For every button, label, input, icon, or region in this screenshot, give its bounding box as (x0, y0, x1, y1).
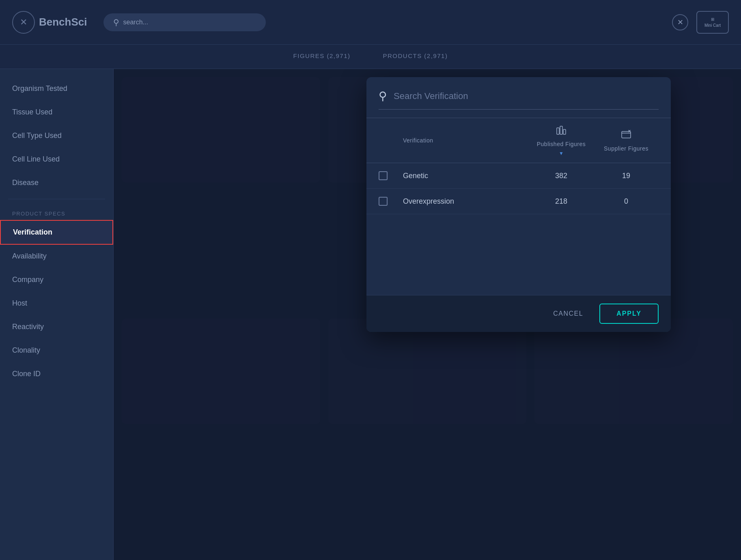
overexpression-published-count: 218 (529, 197, 594, 206)
published-figures-col-header: Published Figures ▼ (529, 125, 594, 156)
cancel-button[interactable]: CANCEL (543, 305, 593, 322)
supplier-figures-icon (620, 129, 632, 143)
logo-area: ✕ BenchSci (12, 11, 87, 34)
overexpression-checkbox[interactable] (379, 197, 388, 206)
overexpression-row: Overexpression 218 0 (366, 189, 671, 214)
published-figures-label: Published Figures (537, 141, 586, 147)
sidebar-item-clonality[interactable]: Clonality (0, 339, 113, 362)
search-text: search... (123, 19, 148, 26)
sidebar-divider (8, 199, 105, 199)
main-content: Organism Tested Tissue Used Cell Type Us… (0, 69, 741, 560)
sidebar-item-disease[interactable]: Disease (0, 171, 113, 195)
supplier-figures-label: Supplier Figures (604, 145, 648, 152)
tab-products[interactable]: PRODUCTS (2,971) (383, 52, 448, 61)
logo-icon: ✕ (12, 11, 35, 34)
top-search-bar[interactable]: ⚲ search... (103, 13, 266, 31)
modal-table-header: Verification Published Figures ▼ (366, 118, 671, 163)
verification-modal: ⚲ Verification Published Figu (366, 77, 671, 332)
product-specs-label: PRODUCT SPECS (0, 203, 113, 220)
mini-cart-label: Mini Cart (704, 23, 721, 28)
genetic-checkbox[interactable] (379, 171, 388, 180)
sidebar-item-verification[interactable]: Verification (0, 220, 113, 245)
tabs-row: FIGURES (2,971) PRODUCTS (2,971) (0, 45, 741, 69)
genetic-label: Genetic (403, 172, 529, 180)
verification-col-label: Verification (403, 137, 529, 144)
search-verification-input[interactable] (394, 91, 659, 101)
modal-footer: CANCEL APPLY (366, 295, 671, 332)
empty-list-area (366, 214, 671, 295)
genetic-published-count: 382 (529, 172, 594, 180)
overexpression-supplier-count: 0 (594, 197, 659, 206)
svg-rect-0 (557, 128, 559, 134)
header-right: ✕ ⊞ Mini Cart (672, 11, 729, 34)
supplier-figures-col-header: Supplier Figures (594, 129, 659, 152)
sidebar-item-cell-type-used[interactable]: Cell Type Used (0, 124, 113, 148)
modal-search-icon: ⚲ (379, 89, 387, 103)
mini-cart-icon: ⊞ (711, 17, 714, 22)
sidebar-item-company[interactable]: Company (0, 268, 113, 292)
published-figures-icon (556, 125, 567, 138)
right-panel: ⚲ Verification Published Figu (114, 69, 741, 560)
svg-rect-1 (560, 126, 562, 134)
sidebar-item-host[interactable]: Host (0, 292, 113, 315)
mini-cart-button[interactable]: ⊞ Mini Cart (696, 11, 729, 34)
header: ✕ BenchSci ⚲ search... ✕ ⊞ Mini Cart (0, 0, 741, 45)
genetic-supplier-count: 19 (594, 172, 659, 180)
sidebar: Organism Tested Tissue Used Cell Type Us… (0, 69, 114, 560)
sidebar-item-availability[interactable]: Availability (0, 245, 113, 268)
modal-search-area: ⚲ (366, 77, 671, 118)
genetic-row: Genetic 382 19 (366, 163, 671, 189)
apply-button[interactable]: APPLY (599, 304, 659, 324)
svg-rect-2 (563, 129, 566, 134)
search-icon: ⚲ (113, 17, 119, 27)
modal-search-row: ⚲ (379, 89, 659, 110)
sort-indicator: ▼ (559, 151, 564, 156)
tab-figures[interactable]: FIGURES (2,971) (293, 52, 351, 61)
close-button[interactable]: ✕ (672, 14, 688, 30)
svg-rect-3 (622, 131, 631, 138)
sidebar-item-reactivity[interactable]: Reactivity (0, 315, 113, 339)
sidebar-item-cell-line-used[interactable]: Cell Line Used (0, 148, 113, 171)
sidebar-item-tissue-used[interactable]: Tissue Used (0, 101, 113, 124)
logo-text: BenchSci (39, 16, 87, 28)
sidebar-item-clone-id[interactable]: Clone ID (0, 362, 113, 386)
sidebar-item-organism-tested[interactable]: Organism Tested (0, 77, 113, 101)
overexpression-label: Overexpression (403, 197, 529, 206)
